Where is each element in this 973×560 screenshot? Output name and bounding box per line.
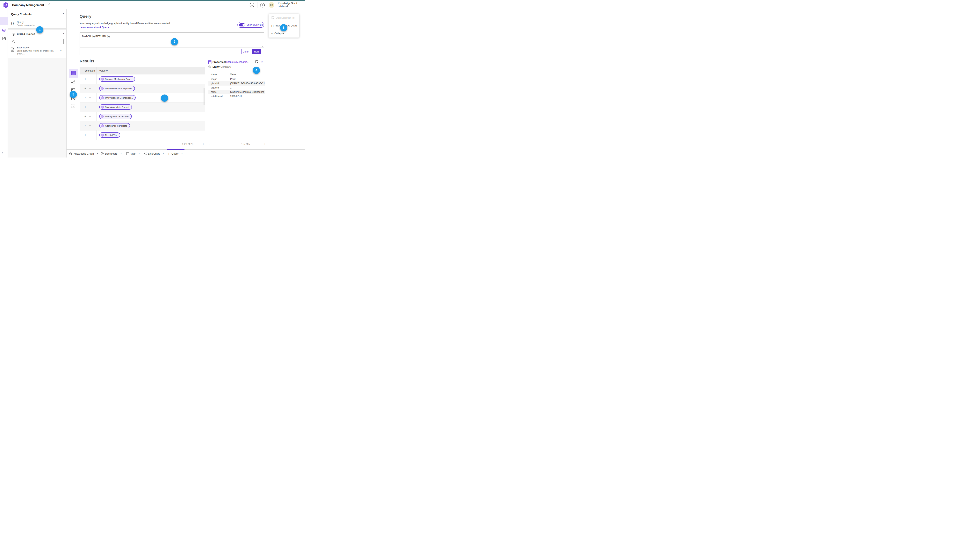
entity-pill[interactable]: Firebird Title [99,132,120,138]
entity-dot-icon [101,125,104,127]
resize-handle-icon[interactable] [262,45,264,48]
close-tab-icon[interactable]: ✕ [181,152,183,155]
remove-from-selection-button[interactable]: − [89,124,91,127]
stored-query-title[interactable]: Basic Query [17,46,29,49]
prop-column-name: Name [211,73,217,76]
learn-more-link[interactable]: Learn more about Query [80,26,109,28]
table-row: + − Firebird Title [80,130,205,140]
entity-pill[interactable]: Attendance Certificate [99,123,130,128]
close-properties-icon[interactable]: ✕ [261,60,263,63]
stored-queries-folder-icon [11,32,15,37]
add-to-selection-button[interactable]: + [84,87,86,90]
table-row: + − Managment Techniques [80,112,205,121]
callout-3: 3 [161,95,168,102]
entity-type-dot-icon [208,65,211,68]
stored-queries-search[interactable] [11,39,64,44]
run-button[interactable]: Run [252,49,261,54]
search-input[interactable] [16,40,64,43]
show-query-box-toggle[interactable]: Show Query Box [237,22,264,28]
next-page-icon[interactable]: › [264,142,266,145]
table-row: + − New Metal Office Suppliers [80,84,205,93]
svg-text:?: ? [262,4,263,7]
query-item-sublabel: Create new queries [17,24,35,27]
table-scrollbar[interactable] [204,88,204,105]
entity-pill-label: Firebird Title [105,134,117,136]
toggle-label: Show Query Box [247,23,264,26]
entity-pill[interactable]: New Metal Office Suppliers [99,86,135,91]
tab-query[interactable]: { } Query ✕ [168,150,183,158]
properties-pagination: 1-5 of 5 ‹ › [241,142,266,146]
entity-pill[interactable]: Managment Techniques [99,114,132,119]
clear-button[interactable]: Clear [241,49,250,54]
edit-title-button[interactable] [47,3,50,7]
remove-from-selection-button[interactable]: − [89,77,91,80]
entity-type: Company [221,65,231,68]
tab-knowledge-graph[interactable]: Knowledge Graph ✕ [69,150,98,158]
close-tab-icon[interactable]: ✕ [162,152,164,155]
add-to-selection-button[interactable]: + [84,77,86,80]
add-to-selection-button[interactable]: + [84,133,86,137]
close-tab-icon[interactable]: ✕ [138,152,140,155]
table-row: + − Innovations in Mechanical... [80,93,205,102]
query-item-label[interactable]: Query [17,21,23,23]
add-to-selection-button[interactable]: + [84,115,86,118]
search-icon[interactable] [249,3,254,8]
remove-from-selection-button[interactable]: − [89,133,91,137]
entity-pill-label: Managment Techniques [105,115,129,118]
collapse-section-icon[interactable]: ∧ [63,32,64,35]
properties-entity-link[interactable]: Staplers Mechanic... [226,60,249,63]
add-to-selection-button[interactable]: + [84,105,86,108]
stored-query-file-icon [10,47,14,53]
table-row: + − Attendance Certificate [80,121,205,130]
layers-icon[interactable] [2,28,6,33]
collapse-icon: » [271,32,273,35]
table-view-icon[interactable] [71,71,76,76]
entity-pill[interactable]: Innovations in Mechanical... [99,95,135,100]
toggle-switch[interactable] [239,23,245,27]
user-info[interactable]: Knowledge Studio publisher2 [278,2,298,8]
prev-page-icon[interactable]: ‹ [258,142,259,145]
tab-map[interactable]: Map ✕ [126,150,140,158]
remove-from-selection-button[interactable]: − [89,87,91,90]
avatar[interactable]: KS [269,2,274,8]
more-options-icon[interactable]: ••• [60,49,62,51]
link-chart-icon [144,152,147,155]
prop-column-value: Value [230,73,236,76]
add-to-selection-button[interactable]: + [84,96,86,99]
results-title: Results [80,59,94,63]
remove-from-selection-button[interactable]: − [89,105,91,108]
entity-dot-icon [101,115,104,118]
link-chart-view-icon[interactable] [71,80,75,85]
query-description: You can query a knowledge graph to ident… [80,22,171,25]
callout-6: 6 [280,24,287,31]
entity-pill[interactable]: Sales Associate Summit [99,104,132,110]
remove-from-selection-button[interactable]: − [89,115,91,118]
results-page-range: 1-23 of 23 [182,143,194,145]
add-to-selection-button[interactable]: + [84,124,86,127]
close-panel-icon[interactable]: ✕ [62,12,64,15]
save-icon[interactable] [2,37,6,41]
property-name: globalid [211,82,219,85]
close-tab-icon[interactable]: ✕ [97,152,98,155]
callout-5: 5 [70,91,77,98]
prev-page-icon[interactable]: ‹ [202,142,204,145]
expand-rail-icon[interactable]: » [2,151,3,154]
add-selection-icon[interactable] [255,60,259,64]
view-tab-bar: Knowledge Graph ✕ Dashboard ✕ Map ✕ Link… [67,149,305,158]
knowledge-graph-icon [69,152,72,155]
tab-link-chart[interactable]: Link Chart ✕ [144,150,164,158]
next-page-icon[interactable]: › [209,142,210,145]
entity-label: Entity: [212,65,220,68]
entity-dot-icon [101,97,104,99]
entity-pill-label: Attendance Certificate [105,125,127,127]
properties-page-range: 1-5 of 5 [241,143,250,145]
entity-pill[interactable]: Staplers Mechanical Engi... [99,77,135,82]
divider [8,19,66,19]
callout-2: 2 [171,38,178,45]
tab-dashboard[interactable]: Dashboard ✕ [100,150,122,158]
selection-tool-icon-disabled [71,104,75,109]
help-icon[interactable]: ? [260,3,265,8]
close-tab-icon[interactable]: ✕ [120,152,122,155]
header-divider [257,2,257,8]
remove-from-selection-button[interactable]: − [89,96,91,99]
